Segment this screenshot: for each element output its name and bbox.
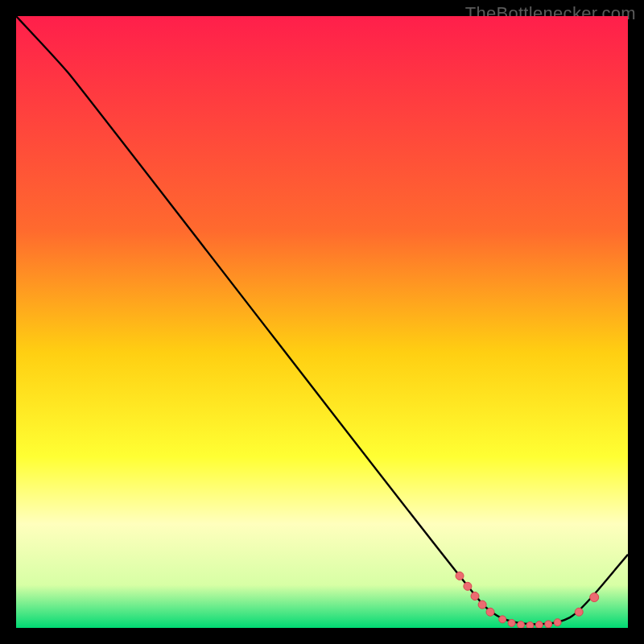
data-marker [499,616,506,623]
data-marker [471,592,479,600]
data-marker [575,608,583,616]
chart-svg [16,16,628,628]
data-marker [508,619,515,626]
data-marker [526,621,534,628]
data-marker [535,621,543,628]
data-marker [464,582,472,590]
data-marker [518,621,525,628]
chart-frame: TheBottlenecker.com [0,0,644,644]
data-marker [456,572,464,580]
data-marker [590,593,599,602]
data-marker [554,619,561,626]
gradient-background [16,16,628,628]
data-marker [478,601,486,609]
data-marker [545,621,552,628]
data-marker [486,608,494,616]
plot-area [16,16,628,628]
